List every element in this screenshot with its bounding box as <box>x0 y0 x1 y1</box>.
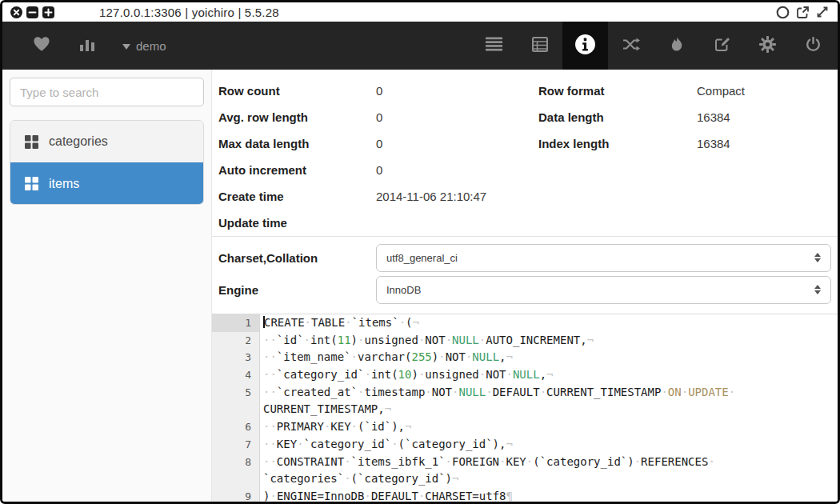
select-spinner-icon <box>814 253 821 262</box>
table-structure-button[interactable] <box>517 22 562 70</box>
line-number: 5 <box>212 384 259 402</box>
favorite-heart-button[interactable] <box>18 22 64 70</box>
edit-query-icon <box>714 36 730 55</box>
code-line: ··PRIMARY·KEY·(`id`),¬ <box>263 418 838 436</box>
fullscreen-icon[interactable] <box>816 6 830 19</box>
field-value: 0 <box>376 110 538 124</box>
select-label: Charset,Collation <box>218 251 376 265</box>
select-value: InnoDB <box>386 284 421 296</box>
code-line: ··CONSTRAINT·`items_ibfk_1`·FOREIGN·KEY·… <box>263 454 838 471</box>
code-line: ··`id`·int(11)·unsigned·NOT·NULL·AUTO_IN… <box>263 332 838 350</box>
select-label: Engine <box>218 283 376 297</box>
field-label: Avg. row length <box>218 110 376 124</box>
close-circle-icon[interactable] <box>10 6 22 18</box>
field-label: Row count <box>218 84 376 98</box>
code-line: `categories`·(`category_id`)¬ <box>263 470 838 488</box>
window-controls <box>10 6 54 18</box>
field-value: Compact <box>697 84 831 98</box>
toolbar-left: demo <box>2 22 166 70</box>
power-button[interactable] <box>790 22 836 70</box>
line-number: 4 <box>212 366 259 384</box>
table-name-label: items <box>49 177 79 191</box>
table-list: categoriesitems <box>10 120 204 205</box>
create-table-sql-editor[interactable]: 123456789 CREATE·TABLE·`items`·(¬··`id`·… <box>212 314 838 502</box>
app-body: categoriesitems Row count0Avg. row lengt… <box>2 70 838 502</box>
code-line: )·ENGINE=InnoDB·DEFAULT·CHARSET=utf8¶ <box>263 488 838 502</box>
sidebar-item-items[interactable]: items <box>10 162 203 204</box>
code-lines: CREATE·TABLE·`items`·(¬··`id`·int(11)·un… <box>260 314 838 502</box>
line-number: 3 <box>212 349 259 366</box>
field-value: 2014-11-06 21:10:47 <box>376 190 538 203</box>
chevron-down-icon <box>122 38 130 53</box>
performance-flame-icon <box>670 37 683 55</box>
field-label: Index length <box>538 137 697 150</box>
row-list-icon <box>486 37 502 54</box>
line-number: 6 <box>212 418 259 436</box>
chart-button[interactable] <box>64 22 110 70</box>
titlebar-right-controls <box>776 6 830 19</box>
info-grid: Row count0Avg. row length0Max data lengt… <box>212 70 838 236</box>
field-label: Data length <box>538 110 697 124</box>
field-label: Auto increment <box>218 163 376 177</box>
maximize-icon[interactable] <box>42 6 54 18</box>
table-info-panel: Row count0Avg. row length0Max data lengt… <box>212 70 838 502</box>
line-number: 1 <box>212 314 259 332</box>
line-number <box>212 470 259 488</box>
code-line: ··KEY·`category_id`·(`category_id`),¬ <box>263 436 838 454</box>
code-line: ··`created_at`·timestamp·NOT·NULL·DEFAUL… <box>263 384 838 402</box>
minimize-icon[interactable] <box>26 6 38 18</box>
line-number: 7 <box>212 436 259 454</box>
field-label: Update time <box>218 216 376 230</box>
select-section: Charset,Collationutf8_general_ciEngineIn… <box>212 237 838 314</box>
table-info-button[interactable] <box>562 22 608 70</box>
database-label: demo <box>136 39 166 53</box>
field-value: 16384 <box>697 110 831 124</box>
random-rows-button[interactable] <box>608 22 654 70</box>
app-window: 127.0.0.1:3306 | yoichiro | 5.5.28 demo <box>0 0 840 504</box>
field-label: Max data length <box>218 137 376 150</box>
titlebar: 127.0.0.1:3306 | yoichiro | 5.5.28 <box>2 2 838 22</box>
field-value: 0 <box>376 84 538 98</box>
window-title: 127.0.0.1:3306 | yoichiro | 5.5.28 <box>99 6 279 19</box>
charset-collation-select[interactable]: utf8_general_ci <box>376 244 831 272</box>
favorite-heart-icon <box>33 36 50 55</box>
line-number: 9 <box>212 488 259 502</box>
line-number-gutter: 123456789 <box>212 314 260 502</box>
field-value: 0 <box>376 163 538 177</box>
power-icon <box>806 37 821 55</box>
table-grid-icon <box>25 135 38 149</box>
table-name-label: categories <box>49 134 108 149</box>
code-line: ··`category_id`·int(10)·unsigned·NOT·NUL… <box>263 366 838 384</box>
row-list-button[interactable] <box>471 22 517 70</box>
sidebar: categoriesitems <box>2 70 212 502</box>
line-number <box>212 401 259 418</box>
select-spinner-icon <box>814 285 821 294</box>
record-circle-icon[interactable] <box>776 6 790 19</box>
search-input[interactable] <box>10 78 204 106</box>
toolbar-right <box>471 22 838 70</box>
settings-button[interactable] <box>745 22 790 70</box>
select-row: EngineInnoDB <box>218 275 831 304</box>
open-in-new-icon[interactable] <box>796 6 810 19</box>
code-line: CREATE·TABLE·`items`·(¬ <box>263 314 838 332</box>
line-number: 2 <box>212 332 259 350</box>
random-rows-icon <box>622 38 640 54</box>
field-label: Create time <box>218 190 376 203</box>
select-row: Charset,Collationutf8_general_ci <box>218 243 831 272</box>
database-selector[interactable]: demo <box>122 22 166 70</box>
field-value: 0 <box>376 137 538 150</box>
field-value: 16384 <box>697 137 831 150</box>
code-line: ··`item_name`·varchar(255)·NOT·NULL,¬ <box>263 349 838 366</box>
edit-query-button[interactable] <box>699 22 745 70</box>
field-label: Row format <box>538 84 697 98</box>
select-value: utf8_general_ci <box>386 252 458 264</box>
table-structure-icon <box>532 37 548 55</box>
line-number: 8 <box>212 454 259 471</box>
engine-select[interactable]: InnoDB <box>376 276 831 304</box>
settings-gear-icon <box>759 36 776 56</box>
sidebar-item-categories[interactable]: categories <box>10 121 203 162</box>
performance-button[interactable] <box>654 22 699 70</box>
main-toolbar: demo <box>2 22 838 70</box>
code-line: CURRENT_TIMESTAMP,¬ <box>263 401 838 418</box>
chart-bars-icon <box>79 37 95 54</box>
